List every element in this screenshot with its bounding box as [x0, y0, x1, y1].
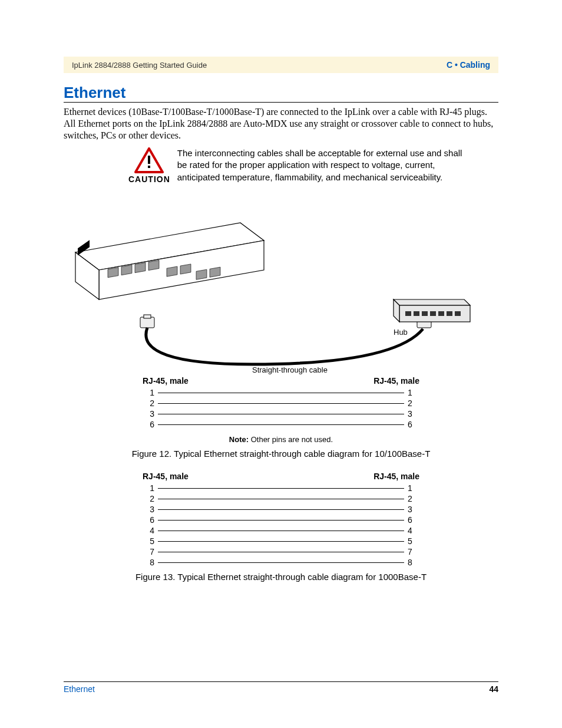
pin-left: 6	[143, 420, 158, 429]
pin-row: 22	[143, 494, 419, 503]
pin-right: 4	[404, 526, 419, 535]
pin-connection-line	[158, 562, 404, 563]
pinout2-left-header: RJ-45, male	[143, 472, 189, 481]
pin-row: 33	[143, 409, 419, 419]
pinout2-right-header: RJ-45, male	[373, 472, 419, 481]
pin-right: 6	[404, 515, 419, 525]
svg-rect-26	[438, 311, 444, 316]
pin-right: 1	[404, 483, 419, 493]
pin-connection-line	[158, 530, 404, 531]
note-text: Other pins are not used.	[249, 435, 333, 444]
pinout-diagram-2: RJ-45, male RJ-45, male 1122336644557788	[143, 472, 419, 567]
pin-connection-line	[158, 498, 404, 499]
pin-connection-line	[158, 403, 404, 404]
connection-diagram: Hub Straight-through cable	[64, 199, 498, 376]
pin-connection-line	[158, 392, 404, 393]
pin-left: 8	[143, 558, 158, 567]
pin-left: 5	[143, 536, 158, 546]
page-content: Ethernet Ethernet devices (10Base-T/100B…	[64, 84, 498, 582]
pin-left: 4	[143, 526, 158, 535]
footer-section: Ethernet	[64, 684, 95, 694]
svg-rect-10	[167, 266, 177, 276]
pin-row: 22	[143, 398, 419, 408]
svg-rect-22	[405, 311, 411, 316]
pin-left: 7	[143, 547, 158, 556]
pin-right: 1	[404, 388, 419, 397]
pin-row: 33	[143, 505, 419, 514]
pinout1-right-header: RJ-45, male	[373, 376, 419, 386]
svg-rect-27	[447, 311, 452, 316]
pin-connection-line	[158, 551, 404, 552]
svg-rect-7	[121, 265, 132, 275]
svg-rect-25	[430, 311, 436, 316]
pin-left: 1	[143, 483, 158, 493]
page-header: IpLink 2884/2888 Getting Started Guide C…	[64, 57, 498, 73]
page-footer: Ethernet 44	[64, 681, 498, 694]
svg-rect-28	[455, 311, 461, 316]
svg-rect-2	[148, 166, 150, 168]
page-number: 44	[489, 684, 498, 694]
caution-text: The interconnecting cables shall be acce…	[177, 147, 463, 183]
doc-title: IpLink 2884/2888 Getting Started Guide	[72, 61, 207, 70]
svg-rect-8	[135, 262, 146, 272]
warning-icon	[134, 147, 164, 173]
svg-rect-6	[108, 268, 118, 278]
svg-rect-23	[414, 311, 419, 316]
pin-right: 2	[404, 494, 419, 503]
pin-connection-line	[158, 541, 404, 542]
pin-row: 11	[143, 388, 419, 397]
pin-left: 2	[143, 494, 158, 503]
pin-left: 2	[143, 398, 158, 408]
hub-label: Hub	[394, 328, 408, 337]
svg-rect-16	[144, 315, 151, 318]
caution-label: CAUTION	[128, 174, 170, 184]
pin-row: 11	[143, 483, 419, 493]
pin-left: 3	[143, 409, 158, 419]
cable-label: Straight-through cable	[252, 365, 328, 374]
caution-block: CAUTION The interconnecting cables shall…	[128, 147, 463, 184]
pin-right: 5	[404, 536, 419, 546]
note-label: Note:	[229, 435, 249, 444]
pin-row: 77	[143, 547, 419, 556]
pin-left: 3	[143, 505, 158, 514]
svg-rect-11	[180, 264, 191, 274]
pin-row: 55	[143, 536, 419, 546]
pin-right: 7	[404, 547, 419, 556]
pin-right: 6	[404, 420, 419, 429]
pin-row: 66	[143, 420, 419, 429]
pin-connection-line	[158, 424, 404, 425]
svg-rect-1	[148, 156, 150, 164]
section-title: Ethernet	[64, 84, 498, 103]
section-reference: C • Cabling	[447, 60, 490, 70]
pin-right: 2	[404, 398, 419, 408]
svg-rect-15	[140, 317, 154, 328]
svg-rect-9	[148, 260, 159, 270]
pin-row: 44	[143, 526, 419, 535]
pin-connection-line	[158, 519, 404, 521]
pin-connection-line	[158, 487, 404, 489]
pin-connection-line	[158, 509, 404, 510]
pin-row: 66	[143, 515, 419, 525]
pinout-diagram-1: RJ-45, male RJ-45, male 11223366	[143, 376, 419, 429]
caution-indicator: CAUTION	[128, 147, 170, 184]
pin-left: 1	[143, 388, 158, 397]
pin-connection-line	[158, 413, 404, 414]
pin-left: 6	[143, 515, 158, 525]
figure-12-caption: Figure 12. Typical Ethernet straight-thr…	[64, 449, 498, 459]
svg-marker-19	[394, 299, 470, 305]
svg-rect-24	[422, 311, 428, 316]
figure-13-caption: Figure 13. Typical Ethernet straight-thr…	[64, 572, 498, 582]
pinout1-left-header: RJ-45, male	[143, 376, 189, 386]
pin-right: 3	[404, 505, 419, 514]
pinout1-note: Note: Other pins are not used.	[64, 435, 498, 444]
pin-right: 3	[404, 409, 419, 419]
svg-rect-13	[210, 267, 220, 277]
pin-row: 88	[143, 558, 419, 567]
intro-paragraph: Ethernet devices (10Base-T/100Base-T/100…	[64, 106, 498, 141]
pin-right: 8	[404, 558, 419, 567]
svg-rect-12	[196, 269, 207, 279]
